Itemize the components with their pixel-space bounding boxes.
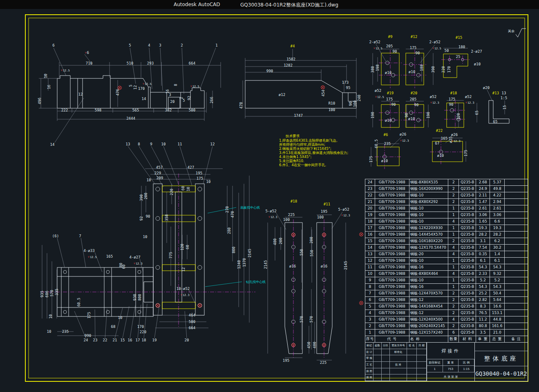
bom-row: 6GB/T709-1988钢板-122Q235-B2.825.64: [365, 297, 528, 303]
bom-cell: 1: [448, 205, 459, 212]
bom-row: 15GB/T709-1988钢板-10X180X2202Q235-B3.16.2: [365, 238, 528, 245]
bom-cell: GB/T709-1988: [375, 290, 409, 297]
bom-cell: 6.2: [490, 238, 505, 245]
bom-cell: 钢板-10X180X220: [409, 238, 449, 245]
bom-cell: GB/T709-1988: [375, 245, 409, 251]
title-block-cell: 审 核: [365, 355, 373, 362]
bom-cell: GB/T709-1988: [375, 277, 409, 284]
bom-cell: 钢板-14X454X570: [409, 232, 449, 238]
bom-cell: 1: [448, 225, 459, 232]
bom-row: 21GB/T709-1988钢板-8X80X2922Q235-B1.472.94: [365, 199, 528, 205]
bom-cell: Q235-B: [459, 238, 476, 245]
bom-cell: 1.4: [490, 251, 505, 258]
bom-cell: Q235-B: [459, 225, 476, 232]
centerline-leaders: [205, 207, 242, 287]
bom-cell: Q235-B: [459, 186, 476, 192]
bom-cell: GB/T709-1988: [375, 199, 409, 205]
bom-cell: Q235-B: [459, 245, 476, 251]
title-block-right: 整体底座 GQ30040-04-01R2: [475, 343, 528, 381]
bom-cell: 单 重: [476, 336, 490, 343]
bom-row: 17GB/T709-1988钢板-12X220X9301Q235-B19.319…: [365, 225, 528, 232]
bom-cell: [505, 271, 528, 277]
bom-cell: 钢板-16: [409, 264, 449, 271]
bom-cell: 2.33: [476, 271, 490, 277]
title-block-cell: [407, 355, 417, 362]
title-block-cell: [407, 368, 417, 375]
bom-cell: GB/T709-1988: [375, 205, 409, 212]
bom-cell: 钢板-12X240X500: [409, 316, 449, 323]
bom-row: 7GB/T709-1988钢板-12X470X5702Q235-B25.250.…: [365, 290, 528, 297]
bom-cell: 钢板-12X220X930: [409, 225, 449, 232]
bom-row: 19GB/T709-1988钢板-101Q235-B3.063.06: [365, 212, 528, 218]
tech-note-line: 6.件1、4在安一侧中间开手孔.: [279, 163, 361, 167]
title-block-cell: [417, 349, 427, 356]
bom-cell: 4: [448, 316, 459, 323]
title-block-cell: 日 期: [417, 343, 427, 349]
bom-cell: [505, 199, 528, 205]
bom-cell: [505, 323, 528, 330]
title-block-cell: [407, 374, 417, 381]
stage-label: 阶段标记: [427, 359, 443, 365]
bom-cell: Q235-B: [459, 251, 476, 258]
bom-cell: GB/T709-1988: [375, 179, 409, 186]
title-block-cell: [373, 374, 382, 381]
bom-cell: 备 注: [505, 336, 528, 343]
bom-cell: 16: [365, 232, 375, 238]
bom-cell: 15: [365, 238, 375, 245]
tech-note-line: 1.焊条选用E4303,去除焊缝毛刺飞边,: [279, 138, 361, 143]
bom-cell: 54.3: [490, 264, 505, 271]
title-block-cell: [417, 362, 427, 368]
bom-cell: 16.6: [490, 303, 505, 310]
bom-cell: 钢板-20X240X2145: [409, 323, 449, 330]
title-block-row: 描 校: [365, 374, 427, 381]
bom-cell: 28.2: [476, 232, 490, 238]
bom-cell: 6.6: [490, 218, 505, 225]
bom-cell: Q235-B: [459, 264, 476, 271]
title-block-cell: [382, 368, 390, 375]
bom-cell: [505, 192, 528, 199]
bom-cell: Q235-B: [459, 310, 476, 316]
title-block-cell: 标准化: [390, 349, 407, 356]
bom-cell: 12: [365, 258, 375, 264]
bom-cell: 钢板-12: [409, 310, 449, 316]
bom-cell: 钢板-12: [409, 297, 449, 303]
weight-value: 753: [443, 366, 459, 372]
bom-row: 13GB/T709-1988钢板-204Q235-B0.351.4: [365, 251, 528, 258]
bom-cell: 54.3: [476, 264, 490, 271]
bom-row: 5GB/T709-1988钢板-14X168X4542Q235-B8.316.6: [365, 303, 528, 310]
title-block-cell: [382, 355, 390, 362]
bill-of-materials: 24GB/T709-1988钢板-8X80X5352Q235-B2.685.37…: [365, 179, 528, 343]
title-block-cell: 批 准: [390, 362, 407, 368]
bom-cell: 76.5: [476, 310, 490, 316]
bom-cell: 数量: [448, 336, 459, 343]
bom-cell: 54.3: [476, 284, 490, 290]
bom-cell: Q235-B: [459, 218, 476, 225]
bom-cell: Q235-B: [459, 330, 476, 336]
bom-cell: Q235-B: [459, 179, 476, 186]
bom-cell: [505, 290, 528, 297]
title-block-cell: [417, 355, 427, 362]
bom-cell: [505, 277, 528, 284]
bom-cell: Q235-B: [459, 212, 476, 218]
bom-cell: Q235-B: [459, 277, 476, 284]
bom-cell: 4: [448, 245, 459, 251]
title-block-cell: [390, 355, 407, 362]
bom-cell: [505, 238, 528, 245]
bom-cell: 50.4: [490, 290, 505, 297]
bom-cell: GB/T709-1988: [375, 258, 409, 264]
bom-cell: 钢板-10: [409, 205, 449, 212]
sheet-info: 共 张 第 张: [427, 372, 474, 381]
bom-cell: 7.54: [476, 245, 490, 251]
title-block-cell: 更改文件号: [390, 343, 407, 349]
tech-note-line: 2.钢板采用火焰切割下料15X45°;: [279, 147, 361, 151]
bom-cell: 钢板-10: [409, 218, 449, 225]
bom-cell: Q235-B: [459, 192, 476, 199]
bom-cell: 21: [365, 199, 375, 205]
bom-cell: 8.3: [476, 303, 490, 310]
title-block-cell: [373, 368, 382, 375]
bom-cell: [505, 264, 528, 271]
bom-cell: 24.9: [476, 186, 490, 192]
bom-cell: GB/T709-1988: [375, 284, 409, 290]
bom-cell: 钢板-10: [409, 277, 449, 284]
bom-cell: Q235-B: [459, 271, 476, 277]
